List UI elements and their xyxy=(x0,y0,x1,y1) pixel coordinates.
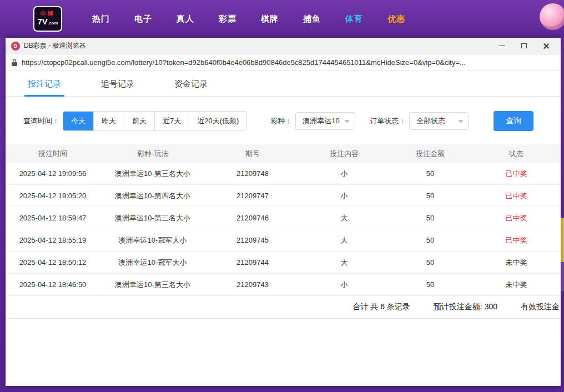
site-nav: 热门 电子 真人 彩票 棋牌 捕鱼 体育 优惠 xyxy=(80,14,417,24)
close-icon xyxy=(543,43,550,49)
cell-issue: 21209744 xyxy=(205,258,300,267)
page-content: 投注记录 追号记录 资金记录 查询时间： 今天 昨天 前天 近7天 近20天(低… xyxy=(6,71,561,386)
col-header-amount: 投注金额 xyxy=(389,149,472,159)
cell-issue: 21209746 xyxy=(205,214,300,222)
table-summary-row: 合计 共 6 条记录 预计投注金额: 300 有效投注金 xyxy=(6,296,561,319)
table-header-row: 投注时间 彩种-玩法 期号 投注内容 投注金额 状态 xyxy=(6,144,561,163)
cell-time: 2025-04-12 19:09:56 xyxy=(6,169,100,178)
cell-content: 小 xyxy=(300,169,389,179)
cell-amount: 50 xyxy=(389,192,472,200)
window-title-group: D DB彩票 - 极速浏览器 xyxy=(11,41,85,51)
chevron-down-icon xyxy=(458,120,464,123)
time-filter-label: 查询时间： xyxy=(23,116,59,126)
col-header-play: 彩种-玩法 xyxy=(100,149,205,159)
time-option-20days[interactable]: 近20天(低频) xyxy=(189,112,246,130)
close-button[interactable] xyxy=(535,38,557,54)
lottery-select-value: 澳洲幸运10 xyxy=(303,117,339,125)
nav-item-live[interactable]: 真人 xyxy=(177,14,194,24)
cell-play: 澳洲幸运10-第三名大小 xyxy=(100,280,205,290)
cell-amount: 50 xyxy=(389,258,472,267)
nav-item-promo[interactable]: 优惠 xyxy=(387,14,405,24)
cell-issue: 21209748 xyxy=(205,169,300,178)
table-row: 2025-04-12 19:05:20 澳洲幸运10-第四名大小 2120974… xyxy=(6,185,561,207)
nav-item-fishing[interactable]: 捕鱼 xyxy=(303,14,321,24)
tab-chase-records[interactable]: 追号记录 xyxy=(98,79,138,96)
cell-status: 未中奖 xyxy=(472,258,561,268)
window-title: DB彩票 - 极速浏览器 xyxy=(24,41,85,51)
cell-status: 未中奖 xyxy=(472,280,561,290)
order-status-select[interactable]: 全部状态 xyxy=(409,112,469,130)
summary-total: 合计 共 6 条记录 xyxy=(352,302,410,312)
record-tabs: 投注记录 追号记录 资金记录 xyxy=(6,71,561,97)
maximize-icon xyxy=(521,43,527,48)
cell-content: 大 xyxy=(300,213,389,223)
tab-fund-records[interactable]: 资金记录 xyxy=(171,79,211,96)
nav-item-sports[interactable]: 体育 xyxy=(345,14,363,24)
lottery-select[interactable]: 澳洲幸运10 xyxy=(295,112,355,130)
tab-bet-records[interactable]: 投注记录 xyxy=(24,79,64,96)
window-controls xyxy=(491,38,557,54)
site-logo[interactable]: 申博 7V.com xyxy=(33,6,62,32)
cell-play: 澳洲幸运10-第三名大小 xyxy=(100,169,205,179)
nav-item-cards[interactable]: 棋牌 xyxy=(261,14,279,24)
status-filter-label: 订单状态： xyxy=(370,116,406,126)
window-titlebar: D DB彩票 - 极速浏览器 xyxy=(6,38,561,54)
browser-window: D DB彩票 - 极速浏览器 https://ctopcp02pcali.uen… xyxy=(6,38,561,386)
nav-item-lottery[interactable]: 彩票 xyxy=(219,14,236,24)
nav-item-hot[interactable]: 热门 xyxy=(92,14,110,24)
logo-text-main: 7V.com xyxy=(37,17,58,28)
cell-amount: 50 xyxy=(389,214,472,222)
cell-issue: 21209745 xyxy=(205,236,300,244)
minimize-icon xyxy=(499,46,505,46)
user-avatar[interactable] xyxy=(540,3,564,30)
cell-amount: 50 xyxy=(389,280,472,289)
col-header-issue: 期号 xyxy=(205,149,300,159)
cell-status: 已中奖 xyxy=(472,235,561,245)
table-row: 2025-04-12 19:09:56 澳洲幸运10-第三名大小 2120974… xyxy=(6,163,561,185)
filter-bar: 查询时间： 今天 昨天 前天 近7天 近20天(低频) 彩种： 澳洲幸运10 订… xyxy=(23,111,561,131)
col-header-time: 投注时间 xyxy=(6,149,100,159)
nav-item-slots[interactable]: 电子 xyxy=(134,14,152,24)
minimize-button[interactable] xyxy=(491,38,513,54)
cell-play: 澳洲幸运10-冠军大小 xyxy=(100,258,205,268)
time-filter-group: 今天 昨天 前天 近7天 近20天(低频) xyxy=(63,111,247,131)
chevron-down-icon xyxy=(344,120,350,123)
cell-issue: 21209743 xyxy=(205,280,300,289)
cell-status: 已中奖 xyxy=(472,169,561,179)
bet-records-table: 投注时间 彩种-玩法 期号 投注内容 投注金额 状态 2025-04-12 19… xyxy=(6,144,561,319)
order-status-value: 全部状态 xyxy=(416,117,445,125)
cell-content: 大 xyxy=(300,235,389,245)
cell-time: 2025-04-12 18:55:19 xyxy=(6,236,100,244)
site-topbar: 申博 7V.com 热门 电子 真人 彩票 棋牌 捕鱼 体育 优惠 xyxy=(0,0,564,38)
cell-time: 2025-04-12 18:50:12 xyxy=(6,258,100,267)
address-bar[interactable]: https://ctopcp02pcali.uengi5e.com/lotter… xyxy=(6,54,561,71)
lottery-filter-label: 彩种： xyxy=(270,116,292,126)
cell-status: 已中奖 xyxy=(472,191,561,201)
col-header-content: 投注内容 xyxy=(300,149,389,159)
browser-favicon-icon: D xyxy=(11,42,20,51)
cell-status: 已中奖 xyxy=(472,213,561,223)
maximize-button[interactable] xyxy=(513,38,535,54)
url-text: https://ctopcp02pcali.uengi5e.com/lotter… xyxy=(22,58,466,67)
summary-expected: 预计投注金额: 300 xyxy=(434,302,497,312)
table-row: 2025-04-12 18:46:50 澳洲幸运10-第三名大小 2120974… xyxy=(6,274,561,296)
cell-content: 小 xyxy=(300,280,389,290)
col-header-status: 状态 xyxy=(472,149,561,159)
time-option-7days[interactable]: 近7天 xyxy=(154,112,189,130)
cell-content: 大 xyxy=(300,258,389,268)
time-option-yesterday[interactable]: 昨天 xyxy=(93,112,124,130)
cell-time: 2025-04-12 18:46:50 xyxy=(6,280,100,289)
table-row: 2025-04-12 18:50:12 澳洲幸运10-冠军大小 21209744… xyxy=(6,252,561,274)
table-row: 2025-04-12 18:55:19 澳洲幸运10-冠军大小 21209745… xyxy=(6,229,561,252)
cell-play: 澳洲幸运10-冠军大小 xyxy=(100,235,205,245)
cell-time: 2025-04-12 18:59:47 xyxy=(6,214,100,222)
cell-amount: 50 xyxy=(389,236,472,244)
lock-icon xyxy=(11,59,18,67)
query-button[interactable]: 查询 xyxy=(494,111,533,131)
cell-content: 小 xyxy=(300,191,389,201)
cell-time: 2025-04-12 19:05:20 xyxy=(6,192,100,200)
time-option-daybefore[interactable]: 前天 xyxy=(124,112,154,130)
time-option-today[interactable]: 今天 xyxy=(63,112,93,130)
cell-play: 澳洲幸运10-第三名大小 xyxy=(100,213,205,223)
table-row: 2025-04-12 18:59:47 澳洲幸运10-第三名大小 2120974… xyxy=(6,207,561,229)
